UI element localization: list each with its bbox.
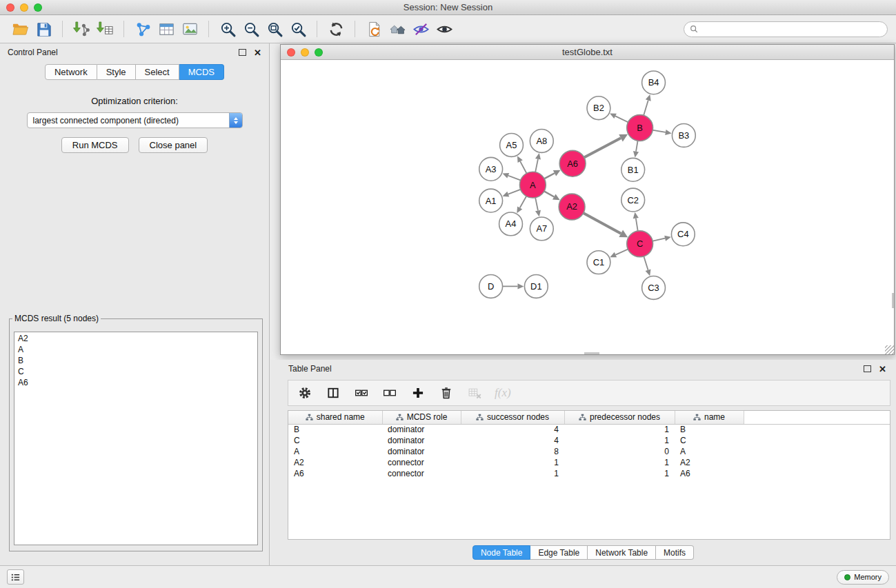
zoom-fit-button[interactable] — [263, 18, 286, 40]
float-panel-icon[interactable] — [239, 49, 246, 56]
network-close-button[interactable] — [287, 48, 295, 57]
graph-node-B2[interactable]: B2 — [587, 97, 610, 120]
graph-node-B3[interactable]: B3 — [672, 124, 695, 148]
graph-node-B4[interactable]: B4 — [642, 71, 666, 94]
new-table-button[interactable] — [155, 18, 178, 40]
node-table: shared nameMCDS rolesuccessor nodesprede… — [288, 410, 890, 540]
graph-node-A5[interactable]: A5 — [500, 134, 524, 157]
zoom-in-button[interactable] — [216, 18, 239, 40]
compare-networks-button[interactable] — [362, 18, 386, 40]
add-entry-button[interactable] — [410, 385, 426, 401]
select-all-button[interactable] — [353, 385, 370, 401]
table-row[interactable]: Cdominator41C — [288, 435, 890, 446]
table-row[interactable]: A2connector11A2 — [288, 457, 890, 468]
open-file-button[interactable] — [8, 18, 32, 40]
column-header-predecessor-nodes[interactable]: predecessor nodes — [564, 411, 675, 424]
save-session-button[interactable] — [32, 18, 55, 40]
table-row[interactable]: A6connector11A6 — [288, 468, 890, 479]
search-box[interactable] — [684, 21, 888, 37]
zoom-window-button[interactable] — [34, 3, 42, 12]
close-table-panel-icon[interactable]: ✕ — [879, 365, 886, 374]
column-header-successor-nodes[interactable]: successor nodes — [461, 411, 564, 424]
new-network-button[interactable] — [131, 18, 155, 40]
table-header-row: shared nameMCDS rolesuccessor nodesprede… — [288, 411, 890, 424]
network-zoom-button[interactable] — [315, 48, 323, 57]
network-graph[interactable]: B4B2BB3A5A8A6A3AB1A1A2C2A4A7C4CC1DD1C3 — [281, 60, 894, 354]
deselect-all-button[interactable] — [381, 385, 398, 401]
network-window-traffic-lights — [287, 48, 323, 57]
run-mcds-button[interactable]: Run MCDS — [61, 137, 129, 153]
minimize-window-button[interactable] — [20, 3, 28, 12]
close-panel-button[interactable]: Close panel — [139, 137, 208, 153]
graph-node-B[interactable]: B — [627, 115, 653, 141]
horizontal-scroll-hint[interactable] — [584, 352, 599, 354]
graphics-details-button[interactable] — [386, 18, 409, 40]
tab-network[interactable]: Network — [45, 64, 97, 80]
export-image-button[interactable] — [178, 18, 201, 40]
tab-motifs[interactable]: Motifs — [656, 545, 694, 560]
tab-style[interactable]: Style — [97, 64, 136, 80]
import-table-from-file-button[interactable] — [93, 18, 117, 40]
column-header-shared-name[interactable]: shared name — [288, 411, 382, 424]
tab-node-table[interactable]: Node Table — [472, 545, 531, 560]
memory-button[interactable]: Memory — [837, 570, 889, 585]
result-item[interactable]: A2 — [18, 334, 254, 345]
svg-text:B1: B1 — [628, 165, 639, 175]
column-header-mcds-role[interactable]: MCDS role — [382, 411, 461, 424]
network-canvas[interactable]: B4B2BB3A5A8A6A3AB1A1A2C2A4A7C4CC1DD1C3 — [281, 60, 894, 354]
close-control-panel-icon[interactable]: ✕ — [254, 48, 261, 57]
svg-text:A1: A1 — [486, 196, 497, 206]
show-panels-button[interactable] — [432, 18, 456, 40]
optimization-criterion-dropdown[interactable]: largest connected component (directed) — [27, 112, 243, 128]
graph-node-A3[interactable]: A3 — [479, 157, 503, 181]
resize-grip[interactable] — [885, 345, 894, 354]
tab-edge-table[interactable]: Edge Table — [530, 545, 588, 560]
tab-select[interactable]: Select — [136, 64, 179, 80]
table-cell: 1 — [564, 457, 675, 468]
hide-panels-button[interactable] — [409, 18, 432, 40]
svg-text:A7: A7 — [536, 223, 547, 234]
task-history-button[interactable] — [7, 569, 24, 585]
result-item[interactable]: A — [18, 345, 254, 356]
float-table-panel-icon[interactable] — [864, 365, 871, 372]
graph-node-C[interactable]: C — [627, 231, 653, 257]
graph-node-A8[interactable]: A8 — [530, 130, 553, 153]
graph-node-C2[interactable]: C2 — [621, 188, 645, 212]
table-row[interactable]: Bdominator41B — [288, 424, 890, 435]
result-item[interactable]: A6 — [18, 378, 254, 389]
tab-mcds[interactable]: MCDS — [179, 64, 224, 80]
graph-node-A[interactable]: A — [519, 172, 546, 198]
graph-node-A6[interactable]: A6 — [559, 150, 586, 176]
zoom-selected-button[interactable] — [286, 18, 310, 40]
show-columns-button[interactable] — [325, 385, 341, 401]
graph-node-C4[interactable]: C4 — [671, 223, 695, 246]
delete-entries-button[interactable] — [438, 385, 455, 401]
network-minimize-button[interactable] — [301, 48, 309, 57]
graph-node-A4[interactable]: A4 — [499, 212, 523, 236]
graph-node-B1[interactable]: B1 — [621, 158, 645, 181]
graph-node-A1[interactable]: A1 — [479, 189, 503, 212]
search-input[interactable] — [701, 24, 882, 34]
graph-node-D1[interactable]: D1 — [524, 275, 548, 298]
import-network-from-file-button[interactable] — [70, 18, 93, 40]
tab-network-table[interactable]: Network Table — [588, 545, 656, 560]
control-panel-title: Control Panel — [8, 48, 58, 57]
zoom-out-button[interactable] — [239, 18, 263, 40]
close-window-button[interactable] — [6, 3, 14, 12]
mcds-result-list[interactable]: A2ABCA6 — [14, 332, 258, 545]
result-item[interactable]: C — [18, 367, 254, 378]
edge-arrowhead — [517, 283, 524, 289]
refresh-view-button[interactable] — [324, 18, 348, 40]
graph-node-C1[interactable]: C1 — [587, 251, 610, 274]
graph-node-A7[interactable]: A7 — [530, 217, 553, 241]
table-options-button[interactable] — [297, 385, 313, 401]
graph-node-D[interactable]: D — [479, 275, 503, 298]
table-row[interactable]: Adominator80A — [288, 446, 890, 457]
column-header-name[interactable]: name — [675, 411, 744, 424]
result-item[interactable]: B — [18, 356, 254, 367]
vertical-scroll-hint[interactable] — [892, 293, 894, 308]
graph-node-C3[interactable]: C3 — [642, 276, 666, 300]
network-window-titlebar[interactable]: testGlobe.txt — [281, 45, 894, 60]
graph-node-A2[interactable]: A2 — [559, 194, 585, 220]
column-type-icon — [476, 414, 484, 421]
